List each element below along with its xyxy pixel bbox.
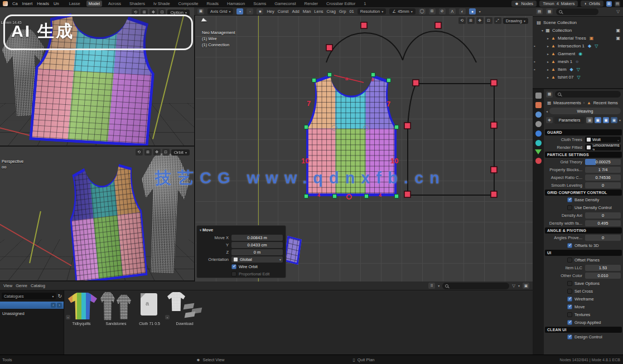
shading-icon[interactable]: ◐ xyxy=(459,8,466,14)
vertex-handle[interactable] xyxy=(312,78,316,82)
tab-hamason[interactable]: Hamason xyxy=(225,1,247,7)
unassigned-label[interactable]: Unassigned xyxy=(0,309,64,318)
outliner-row-item[interactable]: •▸▲Item◆▽ xyxy=(533,65,623,73)
more-caret[interactable]: ▾ xyxy=(619,118,621,122)
outliner-row-collection[interactable]: ▾▦Collection▣ xyxy=(533,26,623,34)
refresh-icon[interactable]: ↻ xyxy=(57,293,62,299)
outliner-row-mesh1[interactable]: •▸▲mesh 1○ xyxy=(533,57,623,65)
menu-const[interactable]: Const xyxy=(278,9,289,14)
density-axi-field[interactable]: 0 xyxy=(585,212,621,219)
cloth-trees-dropdown[interactable]: Wolt⌄ xyxy=(585,137,621,143)
set-cross-checkbox[interactable] xyxy=(567,289,572,294)
angles-prove-field[interactable]: 0 xyxy=(585,235,621,241)
app-logo-icon[interactable] xyxy=(3,1,8,6)
material-preview-icon[interactable]: ● xyxy=(469,8,476,14)
other-color-field[interactable]: 0.010 xyxy=(585,273,621,279)
rotate-view-icon[interactable]: ⟲ xyxy=(136,149,143,156)
tab-icon[interactable]: ❖ xyxy=(546,117,553,123)
screen-icon[interactable]: ▣ xyxy=(616,28,620,33)
group-applied-checkbox[interactable] xyxy=(567,320,572,325)
catalog-selected-row[interactable]: ‹ › xyxy=(0,302,64,309)
pan-icon[interactable]: ✥ xyxy=(153,149,161,156)
mode-dropdown[interactable]: Axis Grid▾ xyxy=(207,8,233,14)
item-llc-field[interactable]: 1.53 xyxy=(585,265,621,271)
tab-model-active[interactable]: Model xyxy=(86,1,102,7)
outliner-row-scene-collection[interactable]: ▤Scene Collection xyxy=(533,18,623,26)
asset-menu-catalog[interactable]: Catalog xyxy=(31,283,45,288)
asset-thumb-sweater[interactable] xyxy=(167,292,185,311)
row-btn-a[interactable]: ‹ xyxy=(51,303,56,308)
pin-icon[interactable]: ▣ xyxy=(586,117,593,123)
orientation-dropdown[interactable]: Global▾ xyxy=(231,256,283,263)
menu-insert[interactable]: Insert xyxy=(22,1,33,6)
section-clean-ui[interactable]: CLEAN UI xyxy=(545,327,622,333)
property-blocks-field[interactable]: 1 7/4 xyxy=(585,167,621,173)
menu-un[interactable]: Un xyxy=(54,1,59,6)
move-y-field[interactable]: 0.0433 cm xyxy=(231,242,283,248)
editor-type-icon[interactable]: ▣ xyxy=(197,8,204,14)
physics-tab-icon[interactable] xyxy=(535,130,542,137)
drawing-dropdown[interactable]: Drawing▾ xyxy=(503,18,528,24)
material-tab-icon[interactable] xyxy=(535,158,542,164)
toggle-a-icon[interactable]: ▣ xyxy=(595,117,601,123)
scene-selector[interactable]: Timon4Makers xyxy=(539,1,578,7)
use-density-control-checkbox[interactable] xyxy=(567,205,572,210)
render-fitted-dropdown[interactable]: SmoothMarms 2 xyxy=(585,144,621,151)
wire-orbit-checkbox[interactable] xyxy=(231,264,236,269)
menu-crag[interactable]: Crag xyxy=(327,9,336,14)
section-guard[interactable]: GUARD xyxy=(545,129,622,135)
aspect-ratio-field[interactable]: 0.74536 xyxy=(585,174,621,181)
vertex-handle[interactable] xyxy=(327,72,332,77)
asset-menu-view[interactable]: View xyxy=(3,283,12,288)
vertex-handle[interactable] xyxy=(387,78,391,82)
offsets-3d-checkbox[interactable] xyxy=(567,243,572,248)
section-particle-settings[interactable]: PARTICLE SETTINGS xyxy=(545,152,622,158)
tab-extra[interactable]: 1 xyxy=(361,1,368,7)
catalog-dropdown[interactable]: Catalogues▾ xyxy=(2,293,56,299)
rotate-view-icon[interactable]: ⟲ xyxy=(458,17,466,24)
tab-scams[interactable]: Scams xyxy=(251,1,268,7)
move-x-field[interactable]: 0.00843 m xyxy=(231,235,283,241)
outliner-filter-icon[interactable]: ▽ xyxy=(616,9,620,14)
display-mode-icon[interactable]: ⠿ xyxy=(428,283,435,289)
scene-tab-icon[interactable] xyxy=(535,121,542,127)
expand-icon[interactable]: ⤢ xyxy=(494,17,501,24)
pan-icon[interactable]: ✥ xyxy=(476,17,484,24)
select-mode-vertex[interactable]: ▪ xyxy=(236,8,243,14)
grid-view-icon[interactable]: ⊞ xyxy=(606,1,612,7)
snap-increment-dropdown[interactable]: ∠45mm▾ xyxy=(389,8,416,14)
gizmo-icon[interactable]: ⊘ xyxy=(439,8,446,14)
asset-search-input[interactable] xyxy=(442,283,509,289)
frame-icon[interactable]: ⊡ xyxy=(162,149,170,156)
weaving-pill[interactable]: Weaving xyxy=(549,108,621,114)
asset-thumb-longsleeve[interactable] xyxy=(100,292,115,320)
parameters-tab[interactable]: Parameters xyxy=(554,117,585,124)
tab-lasse[interactable]: Lasse xyxy=(67,1,83,7)
frame-icon[interactable]: ⊡ xyxy=(485,17,492,24)
garment-vest-back-3d[interactable] xyxy=(65,159,149,282)
tab-iv-shade[interactable]: Iv Shade xyxy=(151,1,172,7)
vertex-handle[interactable] xyxy=(304,125,308,129)
resolution-dropdown[interactable]: Resolution▾ xyxy=(358,8,386,14)
density-width-field[interactable]: 0.495 xyxy=(585,220,621,226)
tool-tab-icon[interactable] xyxy=(535,93,542,99)
grid-toggle-icon[interactable]: ⊞ xyxy=(467,17,475,24)
tab-composite[interactable]: Composite xyxy=(176,1,201,7)
screen-icon[interactable]: ▣ xyxy=(616,36,620,41)
select-mode-edge[interactable]: ▫ xyxy=(247,8,253,14)
breadcrumb-measurements[interactable]: Measurements xyxy=(553,100,581,105)
window-menu-icon[interactable]: ▤ xyxy=(615,1,620,7)
tab-crossbar-editor[interactable]: Crossbar Editor xyxy=(324,1,358,7)
proportional-edit-icon[interactable]: ◯ xyxy=(419,8,426,14)
status-select-view[interactable]: ☻Select View xyxy=(196,357,225,362)
section-grid-conformity[interactable]: GRID CONFORMITY CONTROL xyxy=(545,190,622,196)
toggle-b-icon[interactable]: ▣ xyxy=(603,117,610,123)
vertex-handle[interactable] xyxy=(394,125,399,129)
tab-roads[interactable]: Roads xyxy=(204,1,221,7)
section-angle-pivoting[interactable]: ANGLE & PIVOTING xyxy=(545,227,622,234)
outliner-editor-icon[interactable]: ▤ xyxy=(536,8,543,14)
menu-add[interactable]: Add xyxy=(292,9,299,14)
snap-magnet-icon[interactable]: ⊞ xyxy=(429,8,436,14)
textures-checkbox[interactable] xyxy=(567,312,572,317)
asset-settings-icon[interactable]: ▣ xyxy=(523,283,529,289)
